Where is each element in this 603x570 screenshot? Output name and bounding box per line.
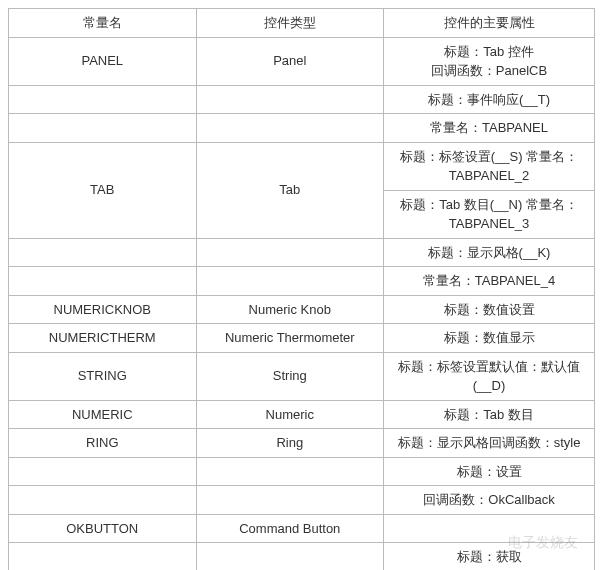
cell-property: 标题：显示风格回调函数：style [384,429,595,458]
table-row: 常量名：TABPANEL [9,114,595,143]
header-constant-name: 常量名 [9,9,197,38]
cell-property: 标题：标签设置(__S) 常量名：TABPANEL_2 [384,142,595,190]
cell-constant-name: NUMERIC [9,400,197,429]
cell-property: 标题：Tab 控件回调函数：PanelCB [384,37,595,85]
cell-constant-name [9,457,197,486]
cell-control-type: Ring [196,429,384,458]
table-row: NUMERICTHERMNumeric Thermometer标题：数值显示 [9,324,595,353]
table-row: NUMERICNumeric标题：Tab 数目 [9,400,595,429]
cell-property: 标题：获取 [384,543,595,571]
cell-constant-name: RING [9,429,197,458]
cell-property: 标题：Tab 数目 [384,400,595,429]
cell-control-type [196,543,384,571]
cell-control-type: Numeric Thermometer [196,324,384,353]
cell-property: 标题：事件响应(__T) [384,85,595,114]
controls-table: 常量名 控件类型 控件的主要属性 PANELPanel标题：Tab 控件回调函数… [8,8,595,570]
cell-control-type [196,114,384,143]
table-row: 标题：获取 [9,543,595,571]
table-row: OKBUTTONCommand Button [9,514,595,543]
cell-property: 常量名：TABPANEL [384,114,595,143]
cell-property [384,514,595,543]
cell-constant-name: NUMERICKNOB [9,295,197,324]
table-row: PANELPanel标题：Tab 控件回调函数：PanelCB [9,37,595,85]
cell-constant-name: TAB [9,142,197,238]
header-main-property: 控件的主要属性 [384,9,595,38]
cell-control-type: String [196,352,384,400]
cell-control-type: Tab [196,142,384,238]
cell-constant-name: STRING [9,352,197,400]
table-row: 标题：设置 [9,457,595,486]
table-row: 标题：事件响应(__T) [9,85,595,114]
cell-constant-name [9,114,197,143]
cell-property: 标题：标签设置默认值：默认值(__D) [384,352,595,400]
cell-property: 回调函数：OkCallback [384,486,595,515]
table-row: 常量名：TABPANEL_4 [9,267,595,296]
cell-control-type [196,238,384,267]
table-row: 回调函数：OkCallback [9,486,595,515]
table-row: STRINGString标题：标签设置默认值：默认值(__D) [9,352,595,400]
header-row: 常量名 控件类型 控件的主要属性 [9,9,595,38]
cell-control-type [196,486,384,515]
cell-property: 标题：数值显示 [384,324,595,353]
cell-control-type: Numeric Knob [196,295,384,324]
cell-control-type [196,267,384,296]
header-control-type: 控件类型 [196,9,384,38]
cell-control-type: Panel [196,37,384,85]
table-row: 标题：显示风格(__K) [9,238,595,267]
cell-control-type [196,85,384,114]
cell-constant-name [9,543,197,571]
table-row: NUMERICKNOBNumeric Knob标题：数值设置 [9,295,595,324]
cell-property: 标题：设置 [384,457,595,486]
cell-constant-name [9,267,197,296]
cell-constant-name [9,85,197,114]
cell-property: 标题：Tab 数目(__N) 常量名：TABPANEL_3 [384,190,595,238]
table-row: RINGRing标题：显示风格回调函数：style [9,429,595,458]
cell-control-type: Numeric [196,400,384,429]
cell-property: 常量名：TABPANEL_4 [384,267,595,296]
cell-constant-name: PANEL [9,37,197,85]
table-row: TABTab标题：标签设置(__S) 常量名：TABPANEL_2 [9,142,595,190]
cell-control-type [196,457,384,486]
cell-control-type: Command Button [196,514,384,543]
cell-property: 标题：数值设置 [384,295,595,324]
cell-constant-name [9,486,197,515]
cell-constant-name: NUMERICTHERM [9,324,197,353]
cell-property: 标题：显示风格(__K) [384,238,595,267]
cell-constant-name: OKBUTTON [9,514,197,543]
cell-constant-name [9,238,197,267]
